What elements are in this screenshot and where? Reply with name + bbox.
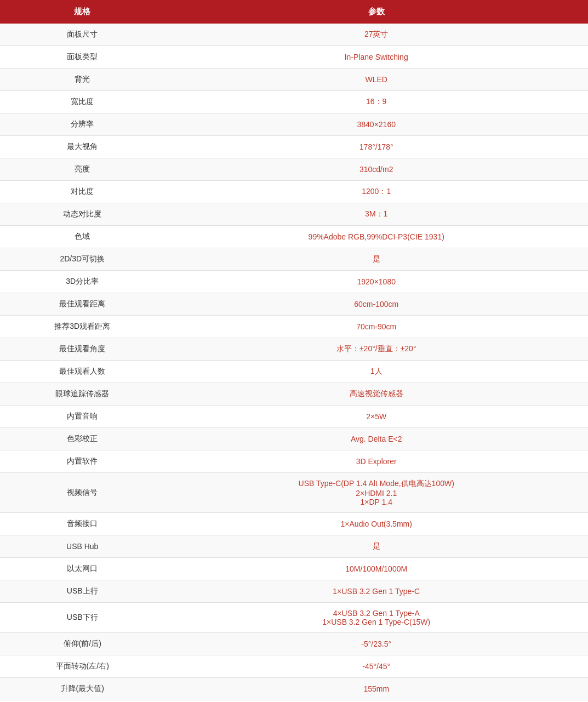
header-param: 参数: [164, 0, 588, 24]
table-row: 升降(最大值)155mm: [0, 678, 588, 700]
spec-label: 屏中心旋转: [0, 700, 164, 703]
spec-value: 16：9: [164, 91, 588, 113]
spec-value: 3840×2160: [164, 113, 588, 136]
spec-label: 动态对比度: [0, 203, 164, 226]
spec-value: In-Plane Switching: [164, 46, 588, 69]
spec-value: 3D Explorer: [164, 450, 588, 473]
spec-label: 背光: [0, 69, 164, 91]
spec-value: 70cm-90cm: [164, 316, 588, 338]
table-row: 音频接口1×Audio Out(3.5mm): [0, 513, 588, 535]
table-row: 动态对比度3M：1: [0, 203, 588, 226]
spec-label: 平面转动(左/右): [0, 655, 164, 678]
spec-label: 音频接口: [0, 513, 164, 535]
spec-value: 高速视觉传感器: [164, 383, 588, 406]
spec-label: 内置软件: [0, 450, 164, 473]
spec-label: USB下行: [0, 603, 164, 633]
table-row: 最佳观看角度水平：±20°/垂直：±20°: [0, 338, 588, 361]
spec-value: 10M/100M/1000M: [164, 558, 588, 580]
table-row: 2D/3D可切换是: [0, 248, 588, 271]
spec-value: 水平：±20°/垂直：±20°: [164, 338, 588, 361]
spec-label: USB上行: [0, 580, 164, 603]
header-spec: 规格: [0, 0, 164, 24]
table-row: 视频信号USB Type-C(DP 1.4 Alt Mode,供电高达100W)…: [0, 473, 588, 513]
spec-label: 色域: [0, 226, 164, 248]
spec-label: 色彩校正: [0, 428, 164, 450]
spec-label: 面板尺寸: [0, 24, 164, 46]
table-row: 对比度1200：1: [0, 181, 588, 203]
spec-value: 1×USB 3.2 Gen 1 Type-C: [164, 580, 588, 603]
spec-value: -5°/23.5°: [164, 633, 588, 655]
spec-label: 升降(最大值): [0, 678, 164, 700]
table-row: 内置软件3D Explorer: [0, 450, 588, 473]
spec-label: 面板类型: [0, 46, 164, 69]
table-row: 色域99%Adobe RGB,99%DCI-P3(CIE 1931): [0, 226, 588, 248]
spec-value: 是: [164, 535, 588, 558]
table-row: 分辨率3840×2160: [0, 113, 588, 136]
table-row: 以太网口10M/100M/1000M: [0, 558, 588, 580]
table-row: USB Hub是: [0, 535, 588, 558]
spec-label: 以太网口: [0, 558, 164, 580]
spec-value: -45°/45°: [164, 655, 588, 678]
spec-value: 155mm: [164, 678, 588, 700]
spec-value: 3M：1: [164, 203, 588, 226]
spec-value: 1920×1080: [164, 271, 588, 293]
table-row: 推荐3D观看距离70cm-90cm: [0, 316, 588, 338]
spec-label: 最佳观看距离: [0, 293, 164, 316]
table-row: USB上行1×USB 3.2 Gen 1 Type-C: [0, 580, 588, 603]
spec-value: 1人: [164, 361, 588, 383]
spec-label: 最大视角: [0, 136, 164, 158]
table-row: 最佳观看距离60cm-100cm: [0, 293, 588, 316]
spec-label: 分辨率: [0, 113, 164, 136]
spec-value: WLED: [164, 69, 588, 91]
spec-label: USB Hub: [0, 535, 164, 558]
table-row: 背光WLED: [0, 69, 588, 91]
spec-value: 2×5W: [164, 406, 588, 428]
table-row: USB下行4×USB 3.2 Gen 1 Type-A1×USB 3.2 Gen…: [0, 603, 588, 633]
spec-table: 规格 参数 面板尺寸27英寸面板类型In-Plane Switching背光WL…: [0, 0, 588, 702]
spec-label: 俯仰(前/后): [0, 633, 164, 655]
table-row: 宽比度16：9: [0, 91, 588, 113]
spec-value: USB Type-C(DP 1.4 Alt Mode,供电高达100W)2×HD…: [164, 473, 588, 513]
spec-value: 60cm-100cm: [164, 293, 588, 316]
table-row: 亮度310cd/m2: [0, 158, 588, 181]
spec-value: 是: [164, 248, 588, 271]
spec-value: 178°/178°: [164, 136, 588, 158]
spec-label: 3D分比率: [0, 271, 164, 293]
spec-label: 2D/3D可切换: [0, 248, 164, 271]
table-row: 色彩校正Avg. Delta E<2: [0, 428, 588, 450]
table-row: 平面转动(左/右)-45°/45°: [0, 655, 588, 678]
spec-label: 宽比度: [0, 91, 164, 113]
spec-value: 310cd/m2: [164, 158, 588, 181]
spec-label: 视频信号: [0, 473, 164, 513]
spec-value: 4×USB 3.2 Gen 1 Type-A1×USB 3.2 Gen 1 Ty…: [164, 603, 588, 633]
spec-label: 最佳观看人数: [0, 361, 164, 383]
table-row: 眼球追踪传感器高速视觉传感器: [0, 383, 588, 406]
table-row: 3D分比率1920×1080: [0, 271, 588, 293]
table-row: 面板类型In-Plane Switching: [0, 46, 588, 69]
spec-value: 1×Audio Out(3.5mm): [164, 513, 588, 535]
table-row: 面板尺寸27英寸: [0, 24, 588, 46]
table-row: 最佳观看人数1人: [0, 361, 588, 383]
table-row: 内置音响2×5W: [0, 406, 588, 428]
table-row: 俯仰(前/后)-5°/23.5°: [0, 633, 588, 655]
spec-label: 眼球追踪传感器: [0, 383, 164, 406]
spec-label: 对比度: [0, 181, 164, 203]
spec-value: 27英寸: [164, 24, 588, 46]
spec-label: 推荐3D观看距离: [0, 316, 164, 338]
spec-label: 亮度: [0, 158, 164, 181]
spec-value: -90°/90°: [164, 700, 588, 703]
table-row: 最大视角178°/178°: [0, 136, 588, 158]
spec-label: 内置音响: [0, 406, 164, 428]
spec-label: 最佳观看角度: [0, 338, 164, 361]
spec-value: Avg. Delta E<2: [164, 428, 588, 450]
spec-value: 1200：1: [164, 181, 588, 203]
spec-value: 99%Adobe RGB,99%DCI-P3(CIE 1931): [164, 226, 588, 248]
table-row: 屏中心旋转-90°/90°: [0, 700, 588, 703]
